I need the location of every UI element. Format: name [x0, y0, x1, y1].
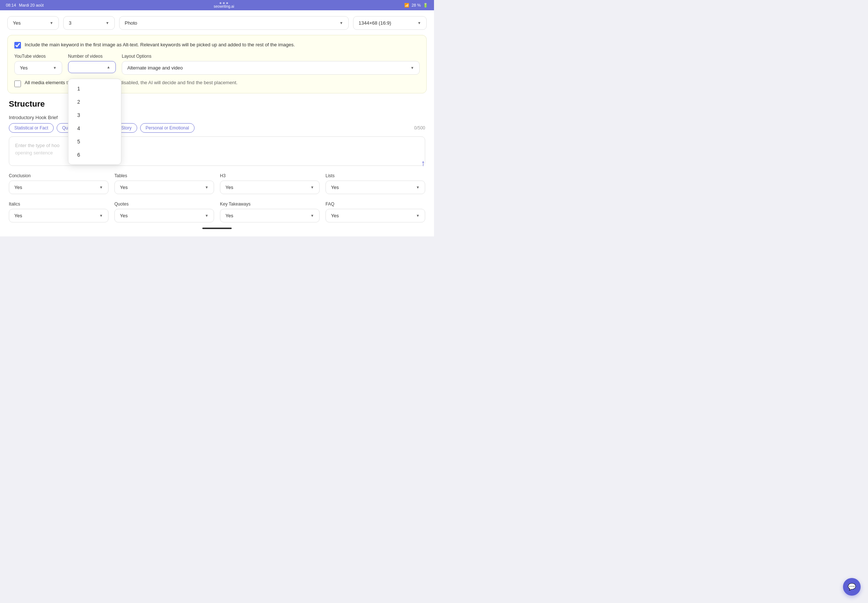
num-videos-option-6[interactable]: 6: [68, 148, 121, 161]
yes-value-1: Yes: [13, 20, 21, 26]
num-videos-option-4[interactable]: 4: [68, 122, 121, 135]
quotes-label: Quotes: [114, 201, 214, 207]
lists-label: Lists: [325, 173, 425, 178]
chevron-down-icon-quotes: ▼: [205, 213, 209, 218]
h3-dropdown[interactable]: Yes ▼: [220, 181, 320, 194]
num-videos-option-2[interactable]: 2: [68, 95, 121, 108]
h3-value: Yes: [226, 185, 233, 190]
app-name: seowriting.ai: [214, 5, 234, 8]
number-dropdown[interactable]: 3 ▼: [63, 16, 115, 30]
key-takeaways-dropdown[interactable]: Yes ▼: [220, 209, 320, 223]
youtube-dropdown[interactable]: Yes ▼: [14, 61, 62, 75]
resolution-dropdown[interactable]: 1344×68 (16:9) ▼: [353, 16, 427, 30]
chevron-down-icon-italics: ▼: [99, 213, 103, 218]
tables-label: Tables: [114, 173, 214, 178]
layout-dropdown[interactable]: Alternate image and video ▼: [122, 61, 420, 75]
bottom-fields-row-1: Conclusion Yes ▼ Tables Yes ▼ H3 Yes ▼: [9, 173, 425, 194]
yellow-section: Include the main keyword in the first im…: [7, 35, 427, 93]
scroll-indicator: [202, 227, 232, 229]
all-media-checkbox[interactable]: [14, 80, 21, 87]
num-videos-label: Number of videos: [68, 54, 116, 59]
yes-dropdown-1[interactable]: Yes ▼: [7, 16, 59, 30]
lists-dropdown[interactable]: Yes ▼: [325, 181, 425, 194]
chevron-up-icon: ▲: [107, 65, 110, 69]
chevron-down-icon-tables: ▼: [205, 185, 209, 189]
battery-percent: 28 %: [412, 3, 421, 7]
yt-row: YouTube videos Yes ▼ Number of videos ▲ …: [14, 54, 420, 75]
quotes-field: Quotes Yes ▼: [114, 201, 214, 223]
alt-text-checkbox[interactable]: [14, 42, 21, 48]
resolution-value: 1344×68 (16:9): [359, 20, 391, 26]
quotes-dropdown[interactable]: Yes ▼: [114, 209, 214, 223]
chevron-down-icon-3: ▼: [339, 21, 343, 25]
date: Mardi 20 août: [19, 3, 44, 7]
num-videos-option-3[interactable]: 3: [68, 108, 121, 122]
quotes-value: Yes: [120, 213, 128, 218]
faq-label: FAQ: [325, 201, 425, 207]
status-bar: 08:14 Mardi 20 août seowriting.ai 📶 28 %…: [0, 0, 434, 10]
num-videos-option-5[interactable]: 5: [68, 135, 121, 148]
hook-tag-statistical[interactable]: Statistical or Fact: [9, 123, 54, 133]
conclusion-dropdown[interactable]: Yes ▼: [9, 181, 108, 194]
num-videos-dropdown-open: 1 2 3 4 5 6: [68, 79, 121, 165]
tables-field: Tables Yes ▼: [114, 173, 214, 194]
h3-field: H3 Yes ▼: [220, 173, 320, 194]
num-videos-option-1[interactable]: 1: [68, 82, 121, 95]
chevron-down-icon-4: ▼: [418, 21, 421, 25]
chevron-down-icon-layout: ▼: [410, 66, 414, 70]
status-right: 📶 28 % 🔋: [404, 3, 428, 8]
tables-value: Yes: [120, 185, 128, 190]
num-videos-dropdown[interactable]: ▲: [68, 61, 116, 73]
hook-counter: 0/500: [414, 125, 425, 130]
faq-value: Yes: [331, 213, 339, 218]
italics-field: Italics Yes ▼: [9, 201, 108, 223]
main-content: Yes ▼ 3 ▼ Photo ▼ 1344×68 (16:9) ▼ Inclu…: [0, 10, 434, 237]
h3-label: H3: [220, 173, 320, 178]
num-videos-field-group: Number of videos ▲ 1 2 3 4 5 6: [68, 54, 116, 73]
photo-value: Photo: [125, 20, 137, 26]
layout-field-group: Layout Options Alternate image and video…: [122, 54, 420, 75]
layout-value: Alternate image and video: [127, 65, 183, 71]
hook-tag-personal[interactable]: Personal or Emotional: [140, 123, 195, 133]
photo-dropdown[interactable]: Photo ▼: [119, 16, 349, 30]
key-takeaways-field: Key Takeaways Yes ▼: [220, 201, 320, 223]
hook-placeholder-1: Enter the type of hoo: [15, 143, 60, 148]
chevron-down-icon-yt: ▼: [53, 66, 57, 70]
wifi-icon: 📶: [404, 3, 409, 8]
tables-dropdown[interactable]: Yes ▼: [114, 181, 214, 194]
chevron-down-icon-keytakeaways: ▼: [310, 213, 314, 218]
all-media-label: All media elements tly under the heading…: [25, 80, 238, 85]
lists-field: Lists Yes ▼ ↑: [325, 173, 425, 194]
chevron-down-icon-conclusion: ▼: [99, 185, 103, 189]
number-value: 3: [69, 20, 71, 26]
bottom-fields-row-2: Italics Yes ▼ Quotes Yes ▼ Key Takeaways…: [9, 201, 425, 223]
chevron-down-icon-2: ▼: [105, 21, 109, 25]
battery-icon: 🔋: [423, 3, 428, 8]
key-takeaways-value: Yes: [226, 213, 233, 218]
faq-field: FAQ Yes ▼: [325, 201, 425, 223]
chevron-down-icon-lists: ▼: [416, 185, 420, 189]
conclusion-label: Conclusion: [9, 173, 108, 178]
top-row-dropdowns: Yes ▼ 3 ▼ Photo ▼ 1344×68 (16:9) ▼: [7, 16, 427, 30]
lists-value: Yes: [331, 185, 339, 190]
chevron-down-icon-1: ▼: [50, 21, 53, 25]
conclusion-value: Yes: [14, 185, 22, 190]
youtube-label: YouTube videos: [14, 54, 62, 59]
youtube-field-group: YouTube videos Yes ▼: [14, 54, 62, 75]
time: 08:14: [6, 3, 16, 7]
youtube-value: Yes: [20, 65, 28, 71]
conclusion-field: Conclusion Yes ▼: [9, 173, 108, 194]
faq-dropdown[interactable]: Yes ▼: [325, 209, 425, 223]
status-center: seowriting.ai: [214, 2, 234, 8]
alt-text-checkbox-row: Include the main keyword in the first im…: [14, 41, 420, 48]
status-left: 08:14 Mardi 20 août: [6, 3, 44, 7]
key-takeaways-label: Key Takeaways: [220, 201, 320, 207]
layout-label: Layout Options: [122, 54, 420, 59]
up-arrow-button[interactable]: ↑: [421, 158, 425, 168]
italics-label: Italics: [9, 201, 108, 207]
chevron-down-icon-h3: ▼: [310, 185, 314, 189]
italics-dropdown[interactable]: Yes ▼: [9, 209, 108, 223]
italics-value: Yes: [14, 213, 22, 218]
alt-text-label: Include the main keyword in the first im…: [25, 41, 295, 48]
chevron-down-icon-faq: ▼: [416, 213, 420, 218]
